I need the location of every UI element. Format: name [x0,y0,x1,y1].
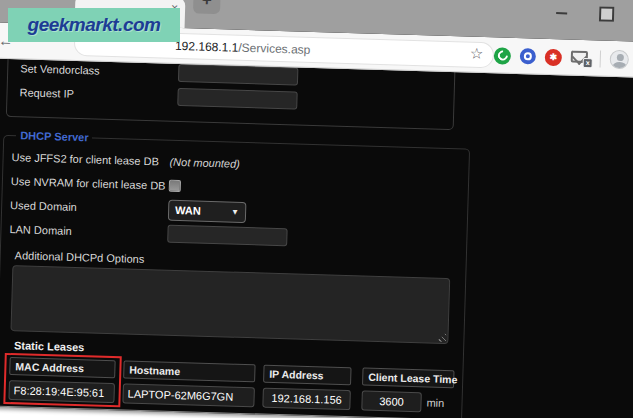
set-vendorclass-input[interactable] [178,64,298,86]
lease-time-line: min [361,391,454,414]
asterisk-icon: ✱ [545,49,562,64]
jffs2-label: Use JFFS2 for client lease DB [11,151,169,168]
request-ip-label: Request IP [19,86,177,103]
url-host: 192.168.1.1 [175,39,239,55]
bookmark-star-icon[interactable]: ☆ [470,45,484,63]
ip-address-header: IP Address [263,365,351,386]
mail-badge: x [583,58,593,68]
lease-time-input[interactable] [361,391,422,413]
circular-arrow-icon [495,48,509,62]
jffs2-status: (Not mounted) [169,156,240,170]
dhcp-server-fieldset: DHCP Server Use JFFS2 for client lease D… [0,129,470,418]
watermark-text: geekmarkt.com [28,14,161,36]
mac-address-header: MAC Address [9,357,115,378]
browser-window: × + ← 192.168.1.1/Services.asp ☆ ✱ x Set… [0,0,633,418]
request-ip-input[interactable] [177,88,297,110]
hostname-input[interactable] [122,383,255,407]
toolbar-separator [600,50,602,67]
extension-icon-green[interactable] [494,47,511,64]
url-path: /Services.asp [238,41,310,57]
set-vendorclass-label: Set Vendorclass [20,62,178,79]
lease-time-header: Client Lease Time [362,368,454,389]
static-leases-table: MAC Address Hostname IP Address Client L… [8,357,454,413]
extension-row: ✱ x [493,42,629,72]
nvram-label: Use NVRAM for client lease DB [11,175,169,192]
ip-address-input[interactable] [262,388,351,411]
nvram-checkbox[interactable] [169,180,181,192]
dhcpd-options-wrap [10,265,450,344]
watermark-logo: geekmarkt.com [8,8,180,42]
ring-icon [524,52,532,60]
hostname-column: Hostname [122,360,255,407]
lease-unit-label: min [426,396,444,409]
lan-domain-label: LAN Domain [9,223,167,240]
used-domain-select[interactable]: WAN ▼ [168,199,247,222]
mail-extension-icon[interactable]: x [571,50,591,67]
mac-address-input[interactable] [8,380,115,403]
extension-icon-red[interactable]: ✱ [545,48,562,65]
lan-domain-input[interactable] [167,225,287,247]
router-page: Set Vendorclass Request IP DHCP Server U… [0,44,633,413]
chevron-down-icon: ▼ [231,207,239,216]
extension-icon-blue[interactable] [520,48,536,64]
maximize-button[interactable] [595,4,618,23]
used-domain-value: WAN [175,204,201,217]
mac-address-column: MAC Address [8,357,115,403]
profile-avatar[interactable] [610,49,630,69]
dhcp-server-legend: DHCP Server [16,129,93,143]
lease-time-column: Client Lease Time min [361,368,454,414]
dhcpd-options-textarea[interactable] [10,265,450,344]
minimize-button[interactable] [551,3,574,22]
hostname-header: Hostname [123,360,255,382]
new-tab-button[interactable]: + [193,0,221,14]
ip-address-column: IP Address [262,365,351,411]
used-domain-label: Used Domain [10,199,168,216]
